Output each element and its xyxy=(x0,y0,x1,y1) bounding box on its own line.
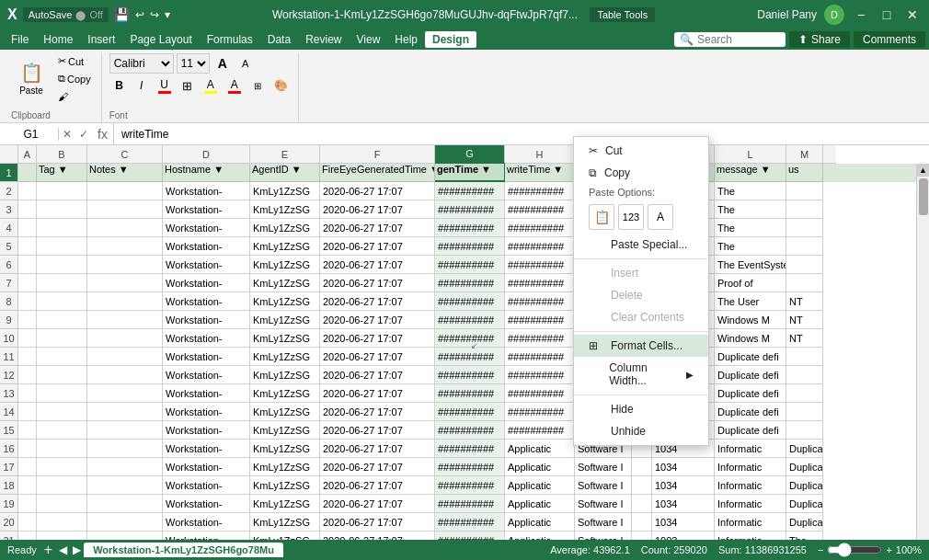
menu-view[interactable]: View xyxy=(350,31,388,48)
table-cell[interactable] xyxy=(87,513,163,531)
table-cell[interactable]: Applicatic xyxy=(505,476,575,495)
table-cell[interactable]: Workstation- xyxy=(163,237,250,256)
cell-l1[interactable]: message ▼ xyxy=(715,164,786,182)
table-cell[interactable] xyxy=(18,513,37,531)
table-cell[interactable]: Workstation- xyxy=(163,366,250,384)
table-cell[interactable] xyxy=(18,182,37,200)
scroll-right-button[interactable]: ▶ xyxy=(70,543,84,556)
table-cell[interactable]: 2020-06-27 17:07 xyxy=(320,200,435,219)
table-cell[interactable] xyxy=(786,200,823,219)
table-cell[interactable]: 1034 xyxy=(652,495,715,513)
scroll-up-button[interactable]: ▲ xyxy=(917,164,930,177)
cell-h1[interactable]: writeTime ▼ xyxy=(505,164,575,182)
col-header-g[interactable]: G xyxy=(435,145,505,164)
table-cell[interactable]: 2020-06-27 17:07 xyxy=(320,384,435,403)
table-cell[interactable] xyxy=(786,421,823,440)
table-cell[interactable] xyxy=(87,348,163,366)
table-cell[interactable]: NT xyxy=(786,292,823,311)
table-cell[interactable]: KmLy1ZzSG xyxy=(250,384,320,403)
table-cell[interactable]: 2020-06-27 17:07 xyxy=(320,256,435,274)
table-cell[interactable] xyxy=(37,292,87,311)
menu-insert[interactable]: Insert xyxy=(80,31,122,48)
table-cell[interactable]: ########## xyxy=(435,476,505,495)
font-size-select[interactable]: 11 xyxy=(177,53,210,74)
table-cell[interactable] xyxy=(37,256,87,274)
table-cell[interactable]: The xyxy=(715,219,786,237)
table-cell[interactable]: Informatic xyxy=(715,440,786,458)
table-cell[interactable] xyxy=(87,182,163,200)
table-cell[interactable] xyxy=(87,440,163,458)
table-cell[interactable]: 1034 xyxy=(652,458,715,476)
table-cell[interactable] xyxy=(37,200,87,219)
table-cell[interactable]: ########## xyxy=(435,219,505,237)
table-cell[interactable]: Informatic xyxy=(715,458,786,476)
table-cell[interactable]: Workstation- xyxy=(163,182,250,200)
table-cell[interactable]: 2020-06-27 17:07 xyxy=(320,348,435,366)
table-cell[interactable]: Informatic xyxy=(715,476,786,495)
table-cell[interactable]: Workstation- xyxy=(163,200,250,219)
maximize-button[interactable]: □ xyxy=(877,6,896,24)
table-cell[interactable] xyxy=(786,219,823,237)
more-borders-button[interactable]: ⊞ xyxy=(247,75,268,96)
cell-reference-box[interactable]: G1 xyxy=(4,128,59,141)
table-cell[interactable]: ########## xyxy=(435,495,505,513)
table-cell[interactable]: Workstation- xyxy=(163,403,250,421)
table-cell[interactable]: ########## xyxy=(505,274,575,292)
col-header-d[interactable]: D xyxy=(163,145,250,164)
table-cell[interactable] xyxy=(87,403,163,421)
redo-icon[interactable]: ↪ xyxy=(150,8,159,21)
table-cell[interactable]: KmLy1ZzSG xyxy=(250,292,320,311)
table-cell[interactable]: ########## xyxy=(435,200,505,219)
table-cell[interactable]: Workstation- xyxy=(163,274,250,292)
table-cell[interactable]: ########## xyxy=(435,256,505,274)
table-cell[interactable]: Workstation- xyxy=(163,476,250,495)
menu-home[interactable]: Home xyxy=(36,31,80,48)
ctx-paste-icon-1[interactable]: 📋 xyxy=(589,204,614,230)
underline-button[interactable]: U xyxy=(154,75,176,96)
table-cell[interactable]: ########## xyxy=(505,311,575,329)
table-cell[interactable] xyxy=(87,421,163,440)
font-family-select[interactable]: Calibri xyxy=(109,53,174,74)
col-header-e[interactable]: E xyxy=(250,145,320,164)
table-cell[interactable] xyxy=(632,458,652,476)
paste-button[interactable]: 📋 Paste xyxy=(11,56,52,102)
ctx-paste-special[interactable]: Paste Special... xyxy=(574,234,708,256)
menu-data[interactable]: Data xyxy=(260,31,298,48)
table-cell[interactable] xyxy=(37,219,87,237)
table-cell[interactable]: 2020-06-27 17:07 xyxy=(320,458,435,476)
table-cell[interactable]: KmLy1ZzSG xyxy=(250,348,320,366)
cut-button[interactable]: ✂ Cut xyxy=(53,53,96,69)
ctx-paste-icon-2[interactable]: 123 xyxy=(618,204,644,230)
table-cell[interactable]: ########## xyxy=(505,403,575,421)
cell-c1[interactable]: Notes ▼ xyxy=(87,164,163,182)
fill-color-button[interactable]: A xyxy=(200,75,222,96)
table-cell[interactable]: The EventSyste xyxy=(715,256,786,274)
table-cell[interactable]: Workstation- xyxy=(163,219,250,237)
table-cell[interactable] xyxy=(87,476,163,495)
table-cell[interactable] xyxy=(632,513,652,531)
table-cell[interactable]: The User xyxy=(715,292,786,311)
table-cell[interactable] xyxy=(18,476,37,495)
table-cell[interactable]: 2020-06-27 17:07 xyxy=(320,513,435,531)
add-sheet-button[interactable]: + xyxy=(44,542,52,558)
table-cell[interactable]: KmLy1ZzSG xyxy=(250,366,320,384)
ctx-cut[interactable]: ✂ Cut xyxy=(574,140,708,162)
minimize-button[interactable]: − xyxy=(852,6,870,24)
col-header-m[interactable]: M xyxy=(786,145,823,164)
table-cell[interactable]: Duplicate defi xyxy=(786,440,823,458)
table-cell[interactable]: 1034 xyxy=(652,476,715,495)
table-cell[interactable] xyxy=(786,348,823,366)
table-cell[interactable]: Informatic xyxy=(715,513,786,531)
border-button[interactable]: ⊞ xyxy=(178,75,198,96)
table-cell[interactable]: Duplicate defi xyxy=(786,476,823,495)
table-cell[interactable]: KmLy1ZzSG xyxy=(250,513,320,531)
close-button[interactable]: ✕ xyxy=(903,6,922,24)
formula-input[interactable] xyxy=(118,128,925,141)
table-cell[interactable]: 2020-06-27 17:07 xyxy=(320,403,435,421)
table-cell[interactable]: NT xyxy=(786,329,823,348)
col-header-f[interactable]: F xyxy=(320,145,435,164)
table-cell[interactable]: Proof of xyxy=(715,274,786,292)
table-cell[interactable] xyxy=(18,219,37,237)
increase-font-button[interactable]: A xyxy=(212,53,233,74)
col-header-h[interactable]: H xyxy=(505,145,575,164)
